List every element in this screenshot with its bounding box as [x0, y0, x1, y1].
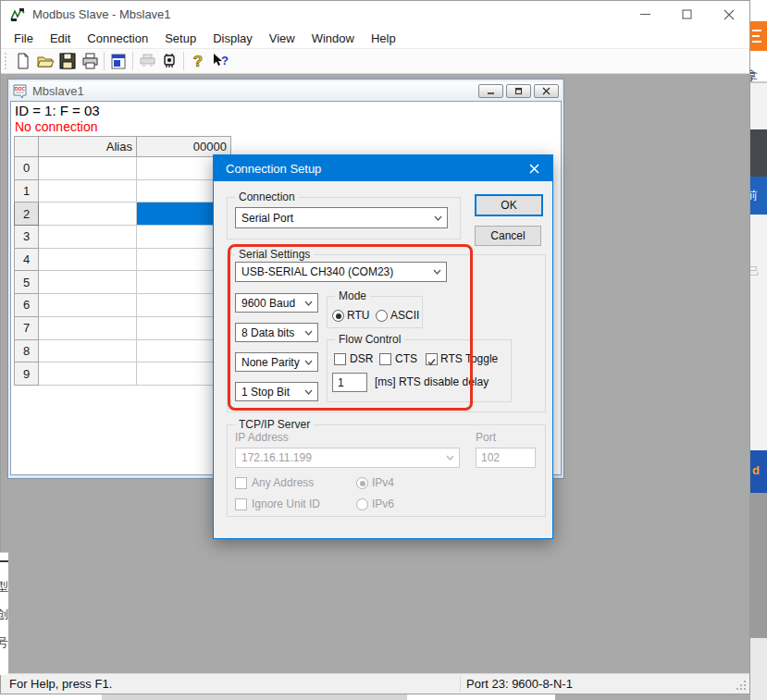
row-header-cell[interactable]: 6 — [14, 294, 39, 317]
menu-item-setup[interactable]: Setup — [156, 30, 204, 47]
check-icon — [427, 357, 437, 367]
title-bar: Modbus Slave - Mbslave1 — [1, 1, 749, 28]
save-file-button[interactable] — [56, 50, 79, 72]
row-header-cell[interactable]: 2 — [14, 203, 39, 226]
register-table-rows: 0123456789 — [14, 157, 231, 386]
row-header-cell[interactable]: 1 — [14, 180, 39, 203]
alias-cell[interactable] — [39, 157, 137, 180]
child-close-button[interactable] — [534, 84, 559, 98]
child-minimize-button[interactable] — [478, 84, 503, 98]
row-header-cell[interactable]: 0 — [14, 157, 39, 180]
data-bits-combo[interactable]: 8 Data bits — [235, 323, 318, 342]
data-bits-value: 8 Data bits — [241, 326, 294, 339]
parity-combo[interactable]: None Parity — [235, 352, 318, 372]
menu-item-window[interactable]: Window — [303, 30, 363, 47]
ascii-radio[interactable] — [376, 310, 388, 322]
minimize-button[interactable] — [625, 1, 666, 28]
ok-button[interactable]: OK — [475, 194, 543, 216]
rtu-radio[interactable] — [332, 310, 344, 322]
table-row: 3 — [14, 226, 231, 249]
maximize-button[interactable] — [666, 1, 708, 28]
ipv4-radio-label[interactable]: IPv4 — [372, 476, 394, 489]
alias-cell[interactable] — [39, 226, 137, 249]
tcp-port-input[interactable] — [476, 448, 536, 468]
menu-item-connection[interactable]: Connection — [79, 30, 156, 47]
rts-toggle-label[interactable]: RTS Toggle — [440, 352, 498, 365]
row-header-cell[interactable]: 7 — [14, 317, 39, 340]
alias-cell[interactable] — [39, 294, 137, 317]
child-minimize-icon — [487, 87, 495, 95]
child-restore-button[interactable] — [506, 84, 531, 98]
ipv6-radio[interactable] — [356, 498, 368, 510]
row-header-cell[interactable]: 5 — [14, 271, 39, 294]
ipv4-radio[interactable] — [356, 477, 368, 489]
table-row: 6 — [14, 294, 231, 317]
alias-cell[interactable] — [39, 340, 137, 363]
alias-cell[interactable] — [39, 180, 137, 203]
menu-item-view[interactable]: View — [261, 30, 303, 47]
any-address-label[interactable]: Any Address — [252, 476, 314, 489]
bottom-seg-gray — [102, 694, 407, 700]
alias-cell[interactable] — [39, 317, 137, 340]
resize-grip[interactable] — [736, 680, 747, 691]
menu-item-edit[interactable]: Edit — [42, 30, 79, 47]
print-setup-disabled-icon — [139, 53, 156, 69]
close-button[interactable] — [708, 1, 749, 28]
row-header-cell[interactable]: 4 — [14, 249, 39, 272]
stop-bits-combo[interactable]: 1 Stop Bit — [235, 382, 318, 401]
menu-item-display[interactable]: Display — [204, 30, 261, 47]
slave-id-function-line: ID = 1: F = 03 — [15, 103, 100, 118]
document-icon: DOC — [13, 84, 27, 99]
serial-port-combo[interactable]: USB-SERIAL CH340 (COM23) — [235, 262, 447, 282]
rts-toggle-checkbox[interactable] — [426, 353, 438, 365]
any-address-checkbox[interactable] — [235, 477, 247, 489]
cts-checkbox-label[interactable]: CTS — [395, 352, 417, 365]
menu-item-help[interactable]: Help — [363, 30, 404, 47]
corner-header-cell[interactable] — [14, 136, 39, 157]
slave-device-button[interactable] — [158, 50, 180, 72]
new-file-button[interactable] — [12, 50, 34, 72]
connection-type-combo[interactable]: Serial Port — [235, 207, 448, 228]
menu-item-file[interactable]: File — [6, 30, 42, 47]
dialog-close-button[interactable] — [524, 155, 544, 181]
dsr-checkbox-label[interactable]: DSR — [350, 352, 373, 365]
stop-bits-value: 1 Stop Bit — [241, 386, 290, 399]
save-file-icon — [59, 53, 76, 69]
display-setup-button[interactable] — [107, 50, 130, 72]
strip-gray-block — [750, 493, 767, 638]
ignore-unit-id-label[interactable]: Ignore Unit ID — [252, 497, 320, 510]
alias-cell[interactable] — [39, 203, 137, 226]
ignore-unit-id-checkbox[interactable] — [235, 498, 247, 510]
table-header-row: Alias 00000 — [14, 136, 231, 157]
cts-checkbox[interactable] — [379, 353, 391, 365]
strip-divider — [750, 81, 767, 83]
cancel-button[interactable]: Cancel — [475, 226, 541, 246]
alias-cell[interactable] — [39, 271, 137, 294]
row-header-cell[interactable]: 9 — [14, 362, 39, 386]
alias-cell[interactable] — [39, 362, 137, 386]
ipv6-radio-label[interactable]: IPv6 — [372, 497, 394, 510]
menu-bar: FileEditConnectionSetupDisplayViewWindow… — [1, 28, 749, 48]
print-setup-button-disabled[interactable] — [136, 50, 158, 72]
print-button[interactable] — [79, 50, 101, 72]
ascii-radio-label[interactable]: ASCII — [390, 309, 419, 322]
chevron-down-icon — [304, 330, 313, 336]
chevron-down-icon — [434, 215, 442, 221]
row-header-cell[interactable]: 3 — [14, 226, 39, 249]
dsr-checkbox[interactable] — [334, 353, 346, 365]
help-button[interactable]: ? — [187, 50, 209, 72]
alias-cell[interactable] — [39, 249, 137, 272]
rts-delay-input[interactable] — [332, 373, 367, 392]
left-fragment: 创 — [0, 607, 8, 623]
background-left-sliver: 型 创 号 — [0, 552, 8, 675]
context-help-button[interactable]: ? — [209, 50, 231, 72]
toolbar-grip[interactable] — [5, 53, 7, 69]
alias-column-header[interactable]: Alias — [39, 136, 137, 157]
status-bar: For Help, press F1. Port 23: 9600-8-N-1 — [1, 673, 749, 694]
ip-address-combo[interactable]: 172.16.11.199 — [235, 448, 460, 468]
row-header-cell[interactable]: 8 — [14, 340, 39, 363]
baud-rate-combo[interactable]: 9600 Baud — [235, 293, 318, 313]
rtu-radio-label[interactable]: RTU — [347, 309, 369, 322]
open-file-button[interactable] — [34, 50, 56, 72]
flow-control-label: Flow Control — [335, 333, 404, 346]
